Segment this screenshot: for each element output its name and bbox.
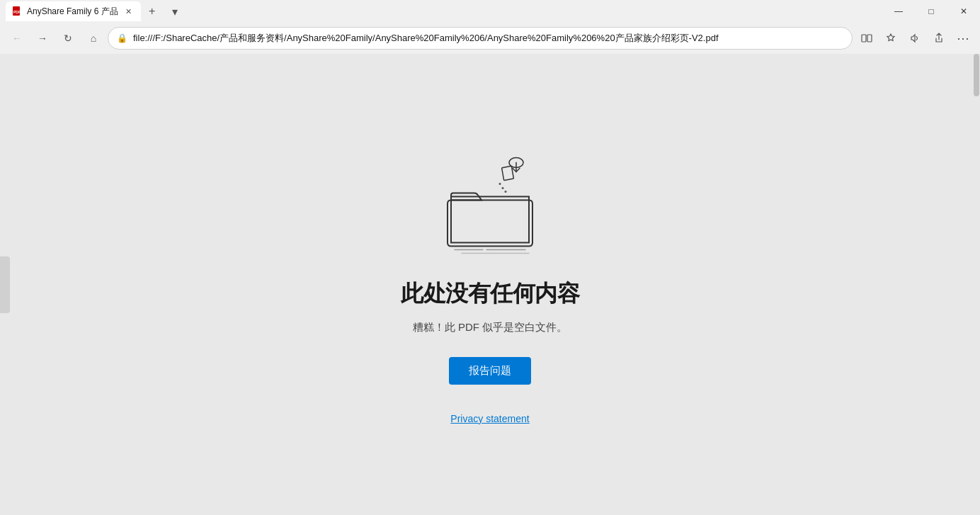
toolbar-actions: ⋯ (855, 27, 974, 50)
tab-strip: PDF AnyShare Family 6 产品 ✕ + ▾ (6, 0, 186, 23)
new-tab-button[interactable]: + (142, 1, 162, 21)
reload-button[interactable]: ↻ (57, 27, 79, 50)
minimize-button[interactable]: — (882, 0, 915, 23)
scrollbar[interactable] (972, 54, 980, 515)
tab-favicon: PDF (11, 6, 23, 17)
address-input[interactable] (133, 33, 843, 44)
sidebar-toggle[interactable] (0, 256, 10, 313)
report-button[interactable]: 报告问题 (449, 357, 531, 385)
svg-rect-8 (502, 166, 514, 180)
empty-state: 此处没有任何内容 糟糕！此 PDF 似乎是空白文件。 报告问题 Privacy … (401, 145, 579, 424)
svg-rect-3 (867, 35, 872, 42)
security-icon: 🔒 (117, 33, 127, 43)
svg-rect-2 (862, 35, 866, 42)
svg-point-9 (499, 183, 501, 185)
tab-close-button[interactable]: ✕ (122, 5, 135, 18)
split-screen-button[interactable] (855, 27, 878, 50)
privacy-link[interactable]: Privacy statement (450, 413, 529, 424)
share-button[interactable] (928, 27, 950, 50)
maximize-button[interactable]: □ (915, 0, 947, 23)
forward-button[interactable]: → (31, 27, 54, 50)
favorites-button[interactable] (879, 27, 902, 50)
titlebar: PDF AnyShare Family 6 产品 ✕ + ▾ — □ ✕ (0, 0, 980, 23)
scroll-thumb[interactable] (974, 54, 979, 96)
back-button[interactable]: ← (6, 27, 28, 50)
empty-state-subtext: 糟糕！此 PDF 似乎是空白文件。 (413, 321, 567, 334)
empty-state-heading: 此处没有任何内容 (401, 278, 579, 310)
window-controls: — □ ✕ (882, 0, 980, 23)
svg-text:PDF: PDF (13, 10, 21, 14)
browser-window: PDF AnyShare Family 6 产品 ✕ + ▾ — □ ✕ ← →… (0, 0, 980, 515)
svg-point-11 (505, 191, 507, 193)
browser-content: 此处没有任何内容 糟糕！此 PDF 似乎是空白文件。 报告问题 Privacy … (0, 54, 980, 515)
toolbar: ← → ↻ ⌂ 🔒 (0, 23, 980, 54)
home-button[interactable]: ⌂ (82, 27, 105, 50)
active-tab[interactable]: PDF AnyShare Family 6 产品 ✕ (6, 1, 141, 21)
tab-title: AnyShare Family 6 产品 (27, 6, 118, 18)
close-button[interactable]: ✕ (947, 0, 980, 23)
read-aloud-button[interactable] (904, 27, 926, 50)
svg-point-10 (502, 187, 504, 189)
address-bar-container: 🔒 (108, 27, 853, 50)
more-button[interactable]: ⋯ (952, 27, 974, 50)
tab-list-button[interactable]: ▾ (165, 1, 185, 21)
folder-illustration (426, 145, 554, 259)
